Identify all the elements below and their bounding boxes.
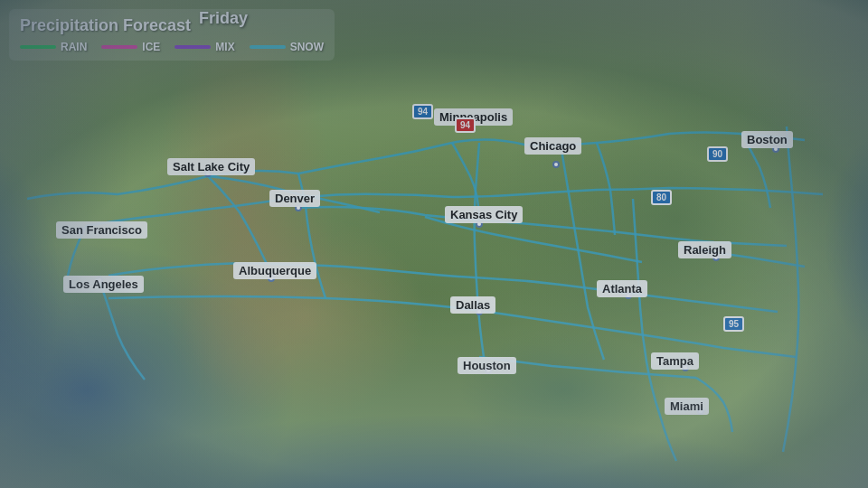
- map-container: .route-snow { stroke: #33aacc; stroke-wi…: [0, 0, 868, 488]
- globe-curve: [0, 0, 868, 488]
